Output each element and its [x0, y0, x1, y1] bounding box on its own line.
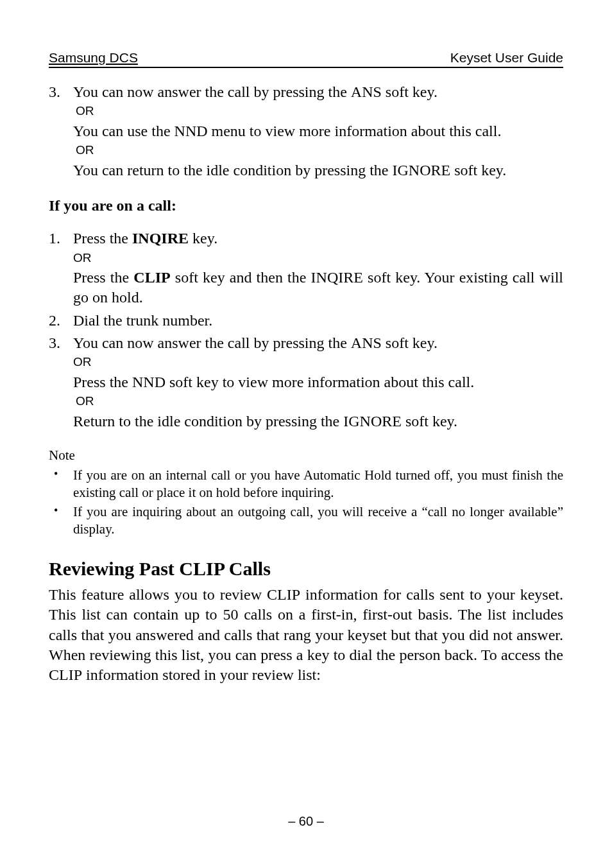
- small-caps-text: ANS: [351, 334, 382, 351]
- mid-list-item-2: 2. Dial the trunk number.: [49, 311, 563, 331]
- list-marker: 2.: [49, 311, 60, 331]
- note-label: Note: [49, 447, 563, 464]
- top-ordered-list: 3. You can now answer the call by pressi…: [49, 82, 563, 180]
- note-item-2: • If you are inquiring about an outgoing…: [49, 503, 563, 539]
- section-body: This feature allows you to review CLIP i…: [49, 585, 563, 685]
- list-marker: 3.: [49, 82, 60, 102]
- body-text: soft key to view more information about …: [166, 374, 474, 390]
- small-caps-text: INQIRE: [311, 269, 363, 286]
- small-caps-text: IGNORE: [392, 162, 450, 178]
- bold-text: INQIRE: [132, 230, 189, 247]
- body-text: soft key.: [382, 334, 438, 351]
- top-list-item-3: 3. You can now answer the call by pressi…: [49, 82, 563, 180]
- note-text: If you are inquiring about an outgoing c…: [73, 504, 563, 537]
- mid-list-item-3: 3. You can now answer the call by pressi…: [49, 333, 563, 431]
- small-caps-text: NND: [132, 374, 166, 390]
- page-header: Samsung DCS Keyset User Guide: [49, 49, 563, 68]
- body-text: in­formation stored in your review list:: [82, 666, 321, 683]
- bullet-icon: •: [54, 503, 58, 518]
- or-separator: OR: [76, 394, 563, 410]
- mid-ordered-list: 1. Press the INQIRE key. OR Press the CL…: [49, 229, 563, 431]
- note-text: If you are on an internal call or you ha…: [73, 467, 563, 500]
- body-text: Return to the idle condition by pressing…: [73, 413, 343, 430]
- body-text: Press the: [73, 269, 133, 286]
- small-caps-text: CLIP: [49, 666, 82, 683]
- body-text: You can return to the idle condition by …: [73, 162, 392, 178]
- body-text: Dial the trunk number.: [73, 312, 212, 329]
- body-text: Press the: [73, 230, 132, 247]
- body-text: You can use the: [73, 123, 174, 139]
- body-text: soft key.: [382, 83, 438, 100]
- note-bullet-list: • If you are on an internal call or you …: [49, 467, 563, 538]
- body-text: soft key.: [450, 162, 506, 178]
- body-text: This feature allows you to review: [49, 586, 267, 603]
- or-separator: OR: [76, 103, 563, 119]
- small-caps-text: CLIP: [267, 586, 300, 603]
- body-text: soft key.: [402, 413, 457, 430]
- subheading-if-on-call: If you are on a call:: [49, 196, 563, 216]
- body-text: menu to view more information about this…: [208, 123, 502, 139]
- list-marker: 3.: [49, 333, 60, 353]
- note-item-1: • If you are on an internal call or you …: [49, 467, 563, 502]
- body-text: You can now answer the call by pressing …: [73, 83, 351, 100]
- section-title-reviewing-clip: Reviewing Past CLIP Calls: [49, 556, 563, 581]
- bullet-icon: •: [54, 467, 58, 482]
- list-marker: 1.: [49, 229, 60, 248]
- or-separator: OR: [76, 143, 563, 159]
- small-caps-text: NND: [174, 123, 208, 139]
- page-number: – 60 –: [0, 813, 612, 829]
- mid-list-item-1: 1. Press the INQIRE key. OR Press the CL…: [49, 229, 563, 308]
- body-text: Press the: [73, 374, 132, 390]
- bold-text: CLIP: [133, 269, 170, 286]
- body-text: key.: [189, 230, 217, 247]
- header-right: Keyset User Guide: [450, 49, 563, 66]
- header-left: Samsung DCS: [49, 49, 138, 66]
- or-separator: OR: [73, 250, 563, 266]
- body-text: You can now answer the call by pressing …: [73, 334, 351, 351]
- body-text: soft key and then the: [171, 269, 311, 286]
- small-caps-text: ANS: [351, 83, 382, 100]
- or-separator: OR: [73, 354, 563, 370]
- small-caps-text: IGNORE: [343, 413, 402, 430]
